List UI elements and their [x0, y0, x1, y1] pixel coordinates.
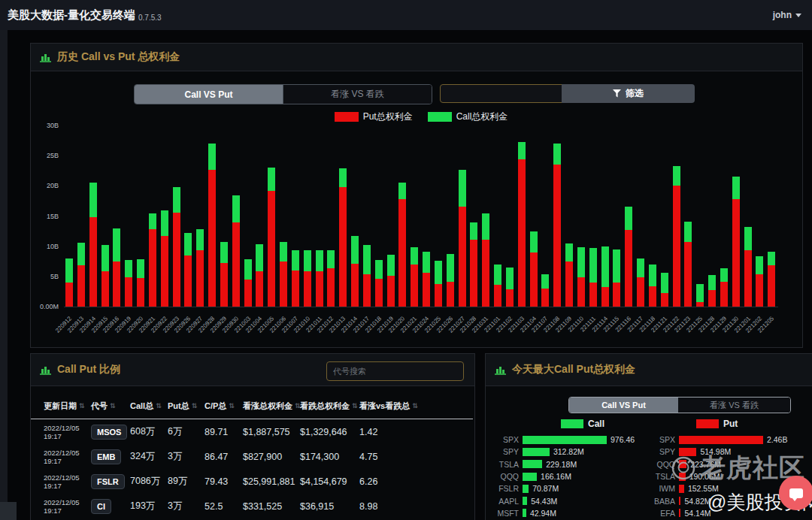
stacked-bar-221121[interactable]: [661, 273, 668, 307]
stacked-bar-220922[interactable]: [161, 210, 168, 307]
premium-bar-row-QQQ[interactable]: QQQ223.76M: [647, 458, 806, 470]
stacked-bar-221108[interactable]: [553, 144, 561, 307]
stacked-bar-221110[interactable]: [577, 247, 585, 307]
symbol-chip[interactable]: CI: [91, 499, 111, 514]
stacked-bar-221116[interactable]: [625, 207, 632, 307]
stacked-bar-221130[interactable]: [732, 177, 740, 307]
stacked-bar-220912[interactable]: [65, 258, 73, 307]
stacked-bar-221014[interactable]: [351, 236, 359, 307]
stacked-bar-220929[interactable]: [220, 242, 228, 307]
premium-bar-row-TSLA[interactable]: TSLA229.18M: [490, 458, 650, 470]
stacked-bar-221006[interactable]: [280, 242, 287, 307]
stacked-bar-221027[interactable]: [459, 170, 466, 307]
stacked-bar-220928[interactable]: [208, 144, 216, 307]
premium-bar-row-FSLR[interactable]: FSLR70.87M: [490, 482, 650, 494]
sort-icon[interactable]: ⇅: [79, 402, 85, 410]
put-segment: [208, 170, 216, 307]
stacked-bar-220920[interactable]: [137, 259, 144, 307]
stacked-bar-221125[interactable]: [696, 284, 704, 307]
column-header: Put总⇅: [168, 401, 205, 412]
stacked-bar-221118[interactable]: [649, 265, 656, 307]
stacked-bar-221129[interactable]: [720, 268, 728, 307]
stacked-bar-221013[interactable]: [339, 168, 347, 307]
stacked-bar-221010[interactable]: [304, 250, 311, 307]
sort-icon[interactable]: ⇅: [110, 402, 116, 410]
stacked-bar-220923[interactable]: [173, 187, 180, 307]
premium-bar-row-SPY[interactable]: SPY312.82M: [490, 446, 650, 458]
symbol-chip[interactable]: FSLR: [91, 474, 125, 489]
stacked-bar-221122[interactable]: [673, 166, 680, 307]
stacked-bar-220914[interactable]: [89, 183, 97, 307]
stacked-bar-221123[interactable]: [684, 222, 692, 307]
symbol-chip[interactable]: EMB: [91, 449, 121, 464]
stacked-bar-221017[interactable]: [363, 245, 371, 307]
premium-bar-row-SPY[interactable]: SPY514.98M: [647, 446, 806, 458]
stacked-bar-221202[interactable]: [756, 256, 763, 307]
sort-icon[interactable]: ⇅: [229, 402, 235, 410]
premium-bar-row-AAPL[interactable]: AAPL54.43M: [490, 494, 650, 506]
stacked-bar-220921[interactable]: [149, 213, 156, 307]
stacked-bar-221103[interactable]: [518, 142, 526, 307]
premium-bar-row-SPX[interactable]: SPX2.46B: [647, 434, 806, 446]
stacked-bar-221026[interactable]: [447, 254, 454, 307]
stacked-bar-220913[interactable]: [77, 243, 85, 307]
stacked-bar-221019[interactable]: [387, 255, 395, 307]
stacked-bar-221028[interactable]: [470, 222, 477, 307]
stacked-bar-220930[interactable]: [232, 195, 240, 307]
filter-button[interactable]: 筛选: [562, 84, 695, 103]
table-row[interactable]: 2022/12/05 19:17EMB324万3万86.47$827,900$1…: [31, 444, 473, 469]
stacked-bar-220926[interactable]: [184, 233, 192, 307]
sort-icon[interactable]: ⇅: [156, 402, 162, 410]
stacked-bar-220927[interactable]: [196, 229, 204, 307]
stacked-bar-221003[interactable]: [244, 259, 252, 307]
stacked-bar-221021[interactable]: [411, 247, 418, 307]
stacked-bar-221115[interactable]: [613, 249, 620, 307]
ticker-filter-input[interactable]: [440, 84, 571, 103]
premium-bar-row-MSFT[interactable]: MSFT42.94M: [490, 507, 650, 519]
table-row[interactable]: 2022/12/05 19:17FSLR7086万89万79.43$25,991…: [31, 469, 473, 494]
stacked-bar-221031[interactable]: [482, 213, 489, 307]
stacked-bar-221020[interactable]: [398, 183, 406, 307]
cell-cp-total: 89.71: [205, 427, 243, 437]
today-tab-rise-vs-fall[interactable]: 看涨 VS 看跌: [678, 398, 790, 413]
premium-bar-row-EFA[interactable]: EFA54.14M: [647, 507, 806, 519]
stacked-bar-221024[interactable]: [423, 252, 430, 307]
user-menu[interactable]: john: [773, 0, 801, 30]
chat-button[interactable]: [779, 476, 812, 510]
stacked-bar-221004[interactable]: [256, 244, 263, 307]
tab-rise-vs-fall[interactable]: 看涨 VS 看跌: [283, 85, 432, 104]
stacked-bar-221128[interactable]: [708, 275, 716, 307]
symbol-search-input[interactable]: [326, 361, 464, 381]
stacked-bar-220915[interactable]: [102, 245, 109, 307]
sort-icon[interactable]: ⇅: [352, 402, 358, 410]
stacked-bar-221005[interactable]: [268, 168, 275, 307]
sort-icon[interactable]: ⇅: [412, 402, 418, 410]
stacked-bar-220919[interactable]: [125, 260, 132, 307]
stacked-bar-221107[interactable]: [541, 274, 549, 307]
stacked-bar-221111[interactable]: [589, 248, 597, 307]
premium-bar-row-TSLA[interactable]: TSLA190.06M: [647, 470, 806, 482]
stacked-bar-220916[interactable]: [113, 228, 120, 307]
stacked-bar-221114[interactable]: [601, 246, 609, 307]
stacked-bar-221011[interactable]: [316, 250, 323, 307]
premium-bar-row-SPX[interactable]: SPX976.46: [490, 434, 650, 446]
stacked-bar-221012[interactable]: [327, 250, 335, 307]
stacked-bar-221109[interactable]: [565, 243, 573, 307]
stacked-bar-221025[interactable]: [435, 261, 442, 307]
stacked-bar-221117[interactable]: [637, 258, 644, 307]
call-segment: [744, 227, 752, 250]
stacked-bar-221101[interactable]: [494, 265, 501, 307]
table-row[interactable]: 2022/12/05 19:17MSOS608万6万89.71$1,887,57…: [31, 419, 473, 444]
stacked-bar-221102[interactable]: [506, 268, 514, 307]
stacked-bar-221104[interactable]: [530, 231, 538, 307]
today-tab-call-vs-put[interactable]: Call VS Put: [569, 398, 678, 413]
symbol-chip[interactable]: MSOS: [91, 425, 127, 440]
sort-icon[interactable]: ⇅: [192, 402, 198, 410]
stacked-bar-221007[interactable]: [292, 250, 299, 307]
stacked-bar-221201[interactable]: [744, 227, 752, 307]
tab-call-vs-put[interactable]: Call VS Put: [135, 85, 283, 104]
table-row[interactable]: 2022/12/05 19:17CI193万3万52.5$331,525$36,…: [31, 494, 473, 518]
stacked-bar-221205[interactable]: [768, 252, 775, 307]
stacked-bar-221018[interactable]: [375, 260, 383, 307]
premium-bar-row-QQQ[interactable]: QQQ166.16M: [490, 470, 650, 482]
